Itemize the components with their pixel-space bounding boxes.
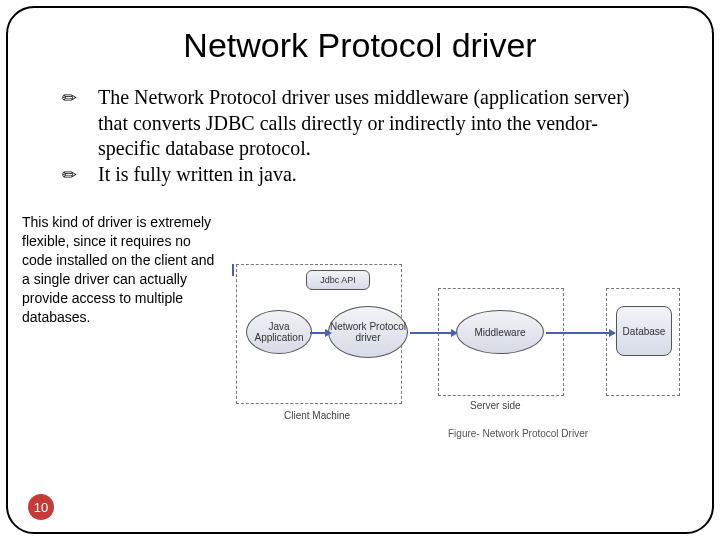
java-application-node: Java Application [246,310,312,354]
slide-frame: Network Protocol driver ✏The Network Pro… [6,6,714,534]
arrow-icon [410,332,456,334]
arrow-icon [546,332,614,334]
middleware-node: Middleware [456,310,544,354]
arrow-icon [232,264,234,276]
bullet-icon: ✏ [80,87,98,110]
bullet-icon: ✏ [80,164,98,187]
side-note: This kind of driver is extremely flexibl… [22,213,222,326]
bullet-text: The Network Protocol driver uses middlew… [98,86,629,159]
arrow-icon [310,332,330,334]
database-node: Database [616,306,672,356]
diagram-caption: Figure- Network Protocol Driver [448,428,588,439]
server-label: Server side [470,400,521,411]
bullet-item: ✏It is fully written in java. [80,162,658,188]
architecture-diagram: Jdbc API Java Application Network Protoc… [232,264,688,276]
client-label: Client Machine [284,410,350,421]
page-number-badge: 10 [28,494,54,520]
bullet-list: ✏The Network Protocol driver uses middle… [80,85,658,187]
bullet-text: It is fully written in java. [98,163,297,185]
jdbc-api-node: Jdbc API [306,270,370,290]
bullet-item: ✏The Network Protocol driver uses middle… [80,85,658,162]
slide-title: Network Protocol driver [32,26,688,65]
network-protocol-driver-node: Network Protocol driver [328,306,408,358]
lower-section: This kind of driver is extremely flexibl… [32,213,688,326]
